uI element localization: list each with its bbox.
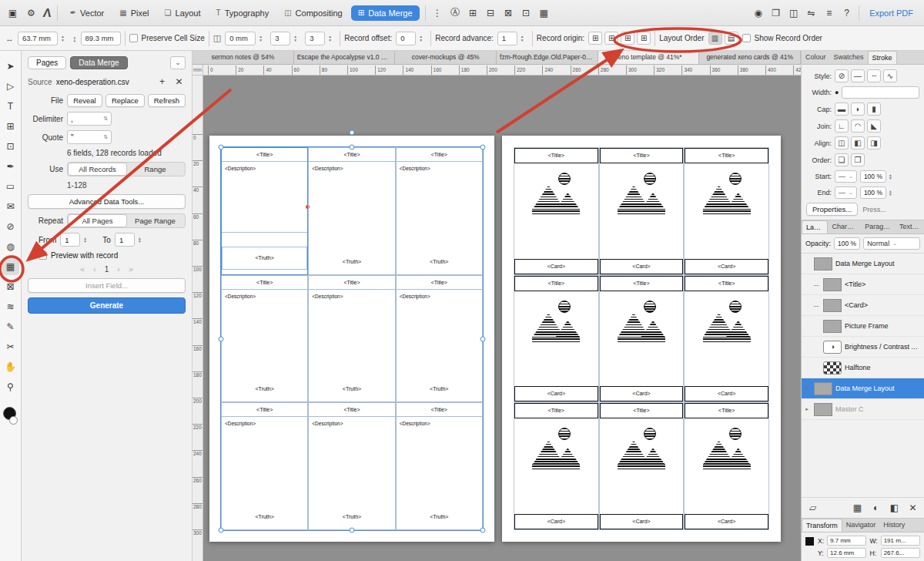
- edit-all-layers-icon[interactable]: ▱: [806, 500, 819, 516]
- selection-handle[interactable]: [350, 528, 355, 533]
- data-merge-layout-tool[interactable]: ▦: [2, 257, 19, 275]
- studio-tab-character[interactable]: Character: [828, 220, 861, 233]
- document-tab[interactable]: sermon notes @ 54%: [192, 51, 294, 64]
- preview-mode-icon[interactable]: ◉: [752, 5, 765, 21]
- add-mask-icon[interactable]: ◧: [888, 500, 901, 516]
- selection-handle[interactable]: [219, 336, 224, 341]
- y-value-field[interactable]: 12.6 mm: [827, 548, 866, 558]
- layer-row[interactable]: ◑Brightness / Contrast Adjust...: [802, 337, 924, 358]
- w-value-field[interactable]: 191 m...: [881, 536, 920, 546]
- document-tab[interactable]: cover-mockups @ 45%: [395, 51, 497, 64]
- gap-stepper[interactable]: [259, 35, 266, 42]
- cap-round-icon[interactable]: ◗: [851, 102, 865, 116]
- artboard-tool[interactable]: ⊡: [2, 137, 19, 155]
- studio-tab-navigator[interactable]: Navigator: [842, 519, 880, 532]
- selection-handle[interactable]: [480, 336, 486, 341]
- persona-vector[interactable]: ✒Vector: [63, 5, 112, 21]
- pixel-alignment-icon[interactable]: ▦: [537, 5, 551, 21]
- move-tool[interactable]: ➤: [2, 57, 19, 75]
- record-origin-top-left-icon[interactable]: ⊞: [588, 32, 602, 45]
- layer-row[interactable]: Data Merge Layout: [802, 254, 924, 274]
- pen-tool[interactable]: ✒: [2, 157, 19, 175]
- card-cell[interactable]: <Title><Card>: [684, 402, 769, 530]
- snap-to-grid-icon[interactable]: ⊟: [484, 5, 497, 21]
- quote-select[interactable]: ": [67, 130, 112, 144]
- vertical-ruler[interactable]: 0204060801001201401601802002202402602803…: [192, 76, 203, 561]
- rows-field[interactable]: 3: [270, 32, 290, 45]
- panel-tab-pages[interactable]: Pages: [28, 56, 66, 69]
- page-left[interactable]: <Title><Description><Truth><Title><Descr…: [209, 136, 494, 542]
- transparency-tool[interactable]: ◍: [2, 237, 19, 255]
- panel-tab-data-merge[interactable]: Data Merge: [70, 56, 127, 69]
- join-bevel-icon[interactable]: ◣: [867, 119, 881, 133]
- table-tool[interactable]: ⊞: [2, 117, 19, 135]
- opacity-field[interactable]: 100 %: [834, 237, 860, 250]
- file-reveal-button[interactable]: Reveal: [67, 94, 102, 107]
- merge-cell[interactable]: <Title><Description><Truth>: [308, 402, 395, 530]
- repeat-option-page-range[interactable]: Page Range: [126, 215, 184, 227]
- advanced-data-tools-button[interactable]: Advanced Data Tools...: [28, 194, 186, 209]
- marquee-tool[interactable]: ⊘: [2, 217, 19, 235]
- studio-tab-history[interactable]: History: [879, 519, 909, 532]
- columns-stepper[interactable]: [329, 35, 336, 42]
- record-origin-top-right-icon[interactable]: ⊞: [604, 32, 618, 45]
- next-record-icon[interactable]: ›: [117, 264, 120, 274]
- persona-data-merge[interactable]: ⊞Data Merge: [351, 5, 420, 21]
- show-record-order-checkbox[interactable]: [742, 34, 751, 42]
- x-value-field[interactable]: 9.7 mm: [827, 536, 866, 546]
- stroke-style-dash-icon[interactable]: ╌: [867, 69, 881, 82]
- use-option-range[interactable]: Range: [126, 163, 184, 175]
- layout-order-columns-first-icon[interactable]: ▤: [725, 32, 738, 45]
- cap-square-icon[interactable]: ▮: [867, 102, 881, 116]
- previous-record-icon[interactable]: ‹: [93, 264, 96, 274]
- document-tab[interactable]: generated xeno cards @ 41%: [699, 51, 801, 64]
- to-field[interactable]: 1: [115, 233, 135, 247]
- studio-tab-stroke[interactable]: Stroke: [868, 51, 897, 64]
- align-centre-icon[interactable]: ◫: [835, 136, 849, 149]
- selection-handle[interactable]: [350, 145, 355, 150]
- last-record-icon[interactable]: »: [129, 264, 133, 274]
- persona-typography[interactable]: TTypography: [209, 5, 276, 21]
- record-offset-stepper[interactable]: [420, 35, 427, 42]
- studio-tab-layers[interactable]: Layers: [802, 220, 828, 233]
- selection-handle[interactable]: [219, 145, 224, 150]
- card-cell[interactable]: <Title><Card>: [684, 147, 769, 275]
- end-value-field[interactable]: 100 %: [860, 186, 886, 199]
- merge-cell[interactable]: <Title><Description><Truth>: [221, 402, 308, 530]
- merge-cell[interactable]: <Title><Description><Truth>: [221, 147, 308, 275]
- cell-height-field[interactable]: 89.3 mm: [81, 32, 121, 45]
- delete-layer-icon[interactable]: ✕: [906, 500, 919, 516]
- studio-tab-transform[interactable]: Transform: [802, 519, 842, 532]
- view-tool[interactable]: ✋: [2, 358, 19, 375]
- end-pressure-select[interactable]: —: [835, 186, 857, 199]
- arrange-icon[interactable]: ≡: [822, 5, 835, 21]
- cap-butt-icon[interactable]: ▬: [835, 102, 849, 116]
- card-cell[interactable]: <Title><Card>: [514, 147, 599, 275]
- rotate-view-icon[interactable]: ⇋: [805, 5, 818, 21]
- record-origin-bottom-left-icon[interactable]: ⊞: [621, 32, 634, 45]
- file-replace-button[interactable]: Replace: [105, 94, 145, 107]
- auto-correct-icon[interactable]: Ⓐ: [449, 5, 462, 21]
- join-round-icon[interactable]: ◠: [851, 119, 865, 133]
- layout-order-rows-first-icon[interactable]: ▥: [708, 32, 722, 45]
- card-cell[interactable]: <Title><Card>: [684, 275, 769, 403]
- remove-source-icon[interactable]: ✕: [172, 74, 186, 89]
- width-field[interactable]: [842, 86, 919, 99]
- blend-mode-select[interactable]: Normal: [863, 237, 920, 250]
- transform-anchor-icon[interactable]: [805, 537, 814, 546]
- studio-tab-text-s[interactable]: Text S...: [896, 220, 924, 233]
- layer-row[interactable]: —<Title>: [802, 274, 924, 295]
- layer-row[interactable]: ⇅Data Merge Layout: [802, 378, 924, 399]
- order-stroke-front-icon[interactable]: ❏: [835, 153, 849, 166]
- rows-stepper[interactable]: [294, 35, 301, 42]
- end-stepper[interactable]: [889, 190, 896, 197]
- align-inside-icon[interactable]: ◧: [851, 136, 865, 149]
- start-stepper[interactable]: [889, 173, 896, 180]
- selection-handle[interactable]: [219, 528, 224, 533]
- snapping-icon[interactable]: ⊠: [502, 5, 515, 21]
- properties-button[interactable]: Properties...: [806, 203, 858, 216]
- merge-cell[interactable]: <Title><Description><Truth>: [221, 275, 308, 403]
- range-value[interactable]: 1-128: [67, 181, 186, 190]
- document-tab[interactable]: xeno template @ 41%*: [598, 51, 700, 64]
- use-option-all-records[interactable]: All Records: [69, 163, 126, 175]
